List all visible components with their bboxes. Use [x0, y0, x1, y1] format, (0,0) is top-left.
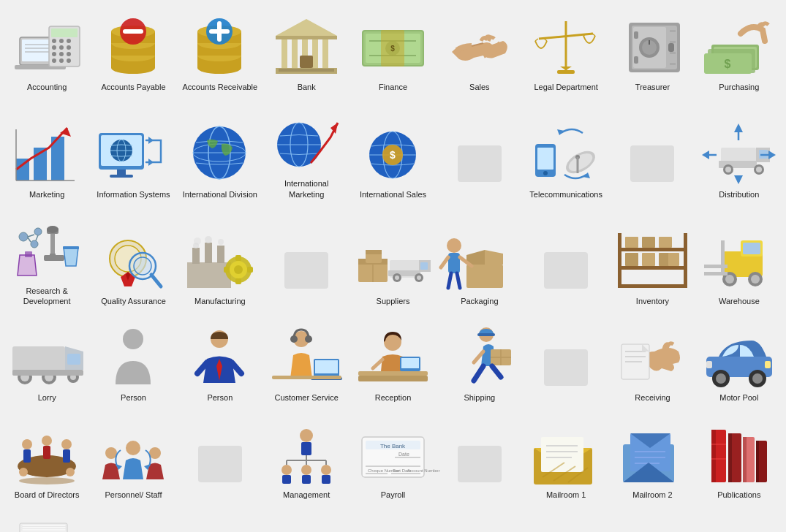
- svg-rect-218: [721, 240, 725, 273]
- icon-item-personnel-staff[interactable]: Personnel/ Staff: [90, 415, 176, 504]
- svg-point-229: [123, 329, 143, 349]
- icon-item-management[interactable]: Management: [263, 415, 349, 504]
- svg-rect-199: [618, 284, 687, 288]
- icon-item-packaging[interactable]: Packaging: [437, 211, 523, 311]
- svg-point-129: [756, 167, 762, 172]
- svg-rect-308: [458, 446, 502, 482]
- icon-item-blank2b[interactable]: [609, 104, 695, 204]
- label-mailroom2: Mailroom 2: [632, 490, 672, 500]
- icon-item-board-of-directors[interactable]: Board of Directors: [4, 415, 90, 504]
- label-telecommunications: Telecommunications: [529, 189, 602, 200]
- icon-item-blank5a[interactable]: [177, 415, 263, 504]
- svg-line-194: [448, 273, 451, 288]
- svg-point-140: [31, 240, 38, 248]
- svg-text:$: $: [725, 58, 731, 70]
- svg-point-15: [59, 52, 64, 56]
- icon-item-accounts-receivable[interactable]: Accounts Receivable: [177, 7, 263, 96]
- icon-item-blank2a[interactable]: [437, 104, 523, 204]
- svg-rect-169: [235, 255, 241, 261]
- icon-item-publications[interactable]: Publications: [696, 415, 782, 504]
- svg-point-165: [218, 239, 224, 245]
- icon-item-information-systems[interactable]: Information Systems: [90, 104, 176, 204]
- icon-blank5b: [439, 431, 520, 497]
- icon-item-distribution[interactable]: Distribution: [696, 104, 782, 204]
- icon-item-person1[interactable]: Person: [90, 318, 176, 407]
- icon-item-payroll[interactable]: The Bank Date Cheque Number Sort Date Ac…: [349, 415, 436, 504]
- icon-item-purchasing[interactable]: $ Purchasing: [696, 7, 782, 96]
- icon-item-sales[interactable]: Sales: [437, 7, 523, 96]
- svg-point-236: [305, 335, 312, 343]
- label-research-development: Research & Development: [7, 286, 87, 307]
- icon-item-manufacturing[interactable]: Manufacturing: [177, 211, 263, 311]
- icon-item-international-marketing[interactable]: International Marketing: [263, 104, 349, 204]
- icon-accounting: [7, 13, 87, 79]
- svg-point-278: [126, 441, 140, 455]
- label-quality-assurance: Quality Assurance: [101, 296, 166, 306]
- icon-item-mailroom1[interactable]: Mailroom 1: [523, 415, 609, 504]
- svg-point-127: [725, 167, 731, 172]
- icon-item-international-sales[interactable]: $ International Sales: [349, 104, 436, 204]
- icon-personnel-staff: [93, 421, 173, 487]
- svg-marker-137: [768, 151, 776, 159]
- icon-item-shipping[interactable]: Shipping: [437, 318, 523, 407]
- svg-point-293: [301, 465, 311, 475]
- icon-item-accounts-payable[interactable]: Accounts Payable: [90, 7, 176, 96]
- icon-blank3a: [266, 238, 347, 303]
- icon-item-reception[interactable]: Reception: [349, 318, 436, 407]
- icon-item-motor-pool[interactable]: Motor Pool: [696, 318, 782, 407]
- svg-rect-206: [642, 253, 655, 266]
- label-marketing: Marketing: [29, 189, 64, 200]
- svg-point-118: [543, 171, 548, 175]
- icon-bank: [266, 13, 347, 79]
- icon-item-quality-assurance[interactable]: Quality Assurance: [90, 211, 176, 311]
- icon-item-blank3b[interactable]: [523, 211, 609, 311]
- svg-marker-189: [485, 250, 503, 265]
- icon-item-copy-center[interactable]: Copy Center: [4, 504, 90, 532]
- icon-item-treasurer[interactable]: Treasurer: [609, 7, 695, 96]
- svg-rect-71: [668, 43, 674, 52]
- icon-lorry: [7, 324, 87, 390]
- svg-rect-267: [706, 361, 712, 368]
- icon-mailroom2: [612, 421, 692, 487]
- icon-item-receiving[interactable]: Receiving: [609, 318, 695, 407]
- svg-rect-117: [537, 148, 553, 170]
- svg-point-9: [59, 39, 64, 43]
- icon-blank4a: [526, 335, 606, 400]
- icon-item-bank[interactable]: Bank: [263, 7, 349, 96]
- svg-rect-72: [634, 31, 638, 39]
- icon-item-inventory[interactable]: Inventory: [609, 211, 695, 311]
- svg-point-147: [47, 226, 58, 233]
- icon-item-marketing[interactable]: Marketing: [4, 104, 90, 204]
- icon-item-suppliers[interactable]: Suppliers: [349, 211, 436, 311]
- icon-item-research-development[interactable]: Research & Development: [4, 211, 90, 311]
- svg-rect-43: [281, 39, 287, 68]
- row-separator-1: [4, 204, 782, 211]
- svg-rect-75: [670, 41, 676, 43]
- icon-item-person2[interactable]: Person: [177, 318, 263, 407]
- icon-item-finance[interactable]: $ Finance: [349, 7, 436, 96]
- icon-item-mailroom2[interactable]: Mailroom 2: [609, 415, 695, 504]
- icon-grid: Accounting Accounts Payable Acc: [0, 0, 786, 532]
- icon-item-legal-department[interactable]: Legal Department: [523, 7, 609, 96]
- icon-item-accounting[interactable]: Accounting: [4, 7, 90, 96]
- icon-item-warehouse[interactable]: Warehouse: [696, 211, 782, 311]
- svg-rect-170: [235, 278, 241, 284]
- icon-item-lorry[interactable]: Lorry: [4, 318, 90, 407]
- icon-blank5a: [180, 431, 260, 497]
- icon-item-blank3a[interactable]: [263, 211, 349, 311]
- icon-item-blank4a[interactable]: [523, 318, 609, 407]
- icon-item-international-division[interactable]: International Division: [177, 104, 263, 204]
- svg-rect-56: [381, 30, 404, 66]
- svg-point-14: [52, 52, 56, 56]
- icon-item-telecommunications[interactable]: Telecommunications: [523, 104, 609, 204]
- svg-point-184: [395, 276, 399, 280]
- icon-item-customer-service[interactable]: Customer Service: [263, 318, 349, 407]
- svg-rect-270: [23, 449, 31, 463]
- svg-rect-95: [110, 175, 133, 178]
- svg-rect-334: [756, 441, 759, 482]
- svg-point-12: [59, 45, 64, 50]
- icon-item-blank5b[interactable]: [437, 415, 523, 504]
- svg-rect-201: [684, 233, 687, 288]
- svg-rect-171: [224, 267, 230, 273]
- svg-rect-330: [728, 433, 732, 482]
